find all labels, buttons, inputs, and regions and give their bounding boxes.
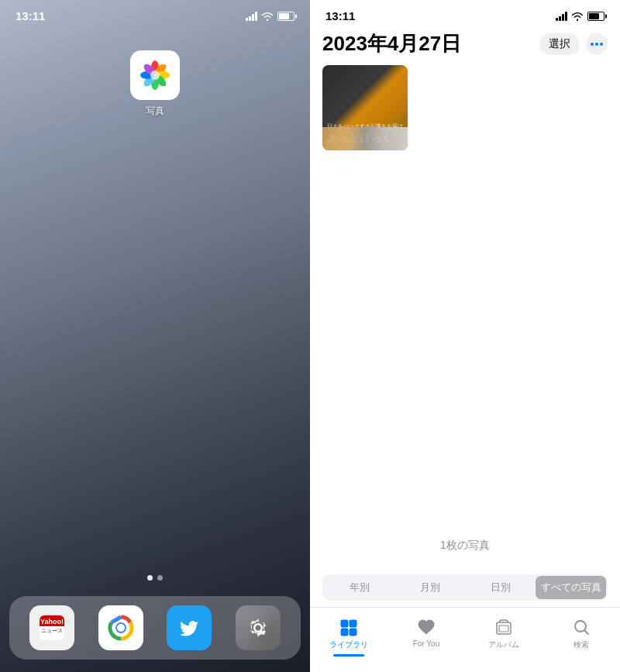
right-status-icons bbox=[556, 12, 604, 21]
settings-app-icon[interactable] bbox=[236, 605, 281, 650]
battery-icon bbox=[277, 12, 294, 21]
photos-date-title: 2023年4月27日 bbox=[322, 30, 461, 57]
wifi-icon-dark bbox=[571, 12, 584, 21]
photos-app-icon[interactable]: 写真 bbox=[130, 50, 180, 118]
svg-rect-20 bbox=[243, 612, 274, 643]
tab-for-you[interactable]: For You bbox=[388, 614, 465, 660]
dock: Yahoo! ニュース bbox=[9, 596, 301, 660]
photo-count: 1枚の写真 bbox=[322, 539, 608, 562]
photos-app-label: 写真 bbox=[146, 105, 164, 118]
tab-search[interactable]: 検索 bbox=[542, 614, 620, 660]
photo-content-area: 日々をハックする記事をお届け あっとはっく 1枚の写真 bbox=[310, 65, 620, 574]
svg-rect-25 bbox=[350, 620, 356, 627]
yahoo-app-icon[interactable]: Yahoo! ニュース bbox=[29, 605, 74, 650]
albums-tab-label: アルバム bbox=[488, 639, 519, 650]
albums-tab-icon bbox=[494, 617, 514, 637]
thumbnail-bottom-stripe bbox=[322, 127, 408, 150]
right-time: 13:11 bbox=[326, 9, 355, 22]
svg-text:ニュース: ニュース bbox=[41, 628, 63, 633]
twitter-app-icon[interactable] bbox=[167, 605, 212, 650]
search-tab-label: 検索 bbox=[574, 639, 589, 650]
tab-all-photos[interactable]: すべての写真 bbox=[536, 576, 606, 599]
page-dot-1 bbox=[147, 575, 153, 581]
svg-point-8 bbox=[150, 71, 160, 80]
library-tab-icon bbox=[339, 617, 359, 637]
photos-icon-svg bbox=[135, 55, 175, 95]
tab-yearly[interactable]: 年別 bbox=[324, 576, 394, 599]
settings-icon-svg bbox=[243, 612, 274, 643]
photos-app-screen: 13:11 2023年4月27日 選択 bbox=[310, 0, 620, 672]
for-you-tab-label: For You bbox=[413, 639, 439, 648]
wifi-icon bbox=[261, 12, 274, 21]
battery-icon-dark bbox=[587, 12, 604, 21]
svg-rect-27 bbox=[350, 629, 356, 636]
left-status-bar: 13:11 bbox=[0, 0, 310, 27]
tab-monthly[interactable]: 月別 bbox=[394, 576, 465, 599]
signal-icon-dark bbox=[556, 12, 567, 21]
tab-albums[interactable]: アルバム bbox=[465, 614, 542, 660]
page-dots bbox=[0, 575, 310, 581]
photo-thumbnail[interactable]: 日々をハックする記事をお届け あっとはっく bbox=[322, 65, 408, 150]
more-button[interactable] bbox=[586, 33, 608, 55]
for-you-tab-icon bbox=[416, 617, 436, 637]
select-button[interactable]: 選択 bbox=[539, 33, 580, 55]
home-screen: 13:11 bbox=[0, 0, 310, 672]
library-tab-indicator bbox=[333, 654, 364, 656]
svg-point-21 bbox=[591, 43, 594, 46]
twitter-icon-svg bbox=[174, 612, 205, 643]
photos-icon bbox=[130, 50, 180, 100]
view-tabs: 年別 月別 日別 すべての写真 bbox=[322, 574, 608, 601]
photos-header: 2023年4月27日 選択 bbox=[310, 27, 620, 65]
header-buttons: 選択 bbox=[539, 33, 608, 55]
svg-text:Yahoo!: Yahoo! bbox=[40, 618, 64, 625]
left-time: 13:11 bbox=[16, 9, 45, 22]
right-status-bar: 13:11 bbox=[310, 0, 620, 27]
tab-library[interactable]: ライブラリ bbox=[310, 614, 388, 660]
ellipsis-icon bbox=[591, 43, 603, 46]
app-grid: 写真 bbox=[0, 27, 310, 575]
bottom-tab-bar: ライブラリ For You アルバム bbox=[310, 607, 620, 672]
left-status-icons bbox=[246, 12, 294, 21]
tab-daily[interactable]: 日別 bbox=[465, 576, 536, 599]
yahoo-icon-svg: Yahoo! ニュース bbox=[36, 612, 67, 643]
svg-rect-29 bbox=[499, 625, 508, 632]
chrome-app-icon[interactable] bbox=[98, 605, 143, 650]
svg-line-31 bbox=[585, 631, 589, 635]
svg-point-22 bbox=[595, 43, 598, 46]
svg-rect-24 bbox=[341, 620, 348, 627]
svg-rect-26 bbox=[341, 629, 348, 636]
svg-point-18 bbox=[117, 624, 125, 632]
library-tab-label: ライブラリ bbox=[329, 639, 368, 650]
chrome-icon-svg bbox=[105, 612, 136, 643]
signal-icon bbox=[246, 12, 257, 21]
page-dot-2 bbox=[157, 575, 163, 581]
search-tab-icon bbox=[571, 617, 591, 637]
svg-point-23 bbox=[600, 43, 603, 46]
